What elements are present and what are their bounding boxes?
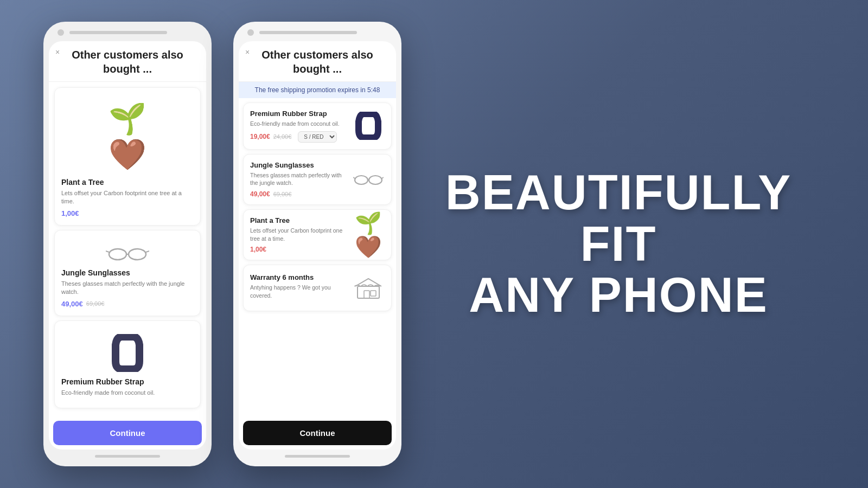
product-card-warranty-right: Warranty 6 months Antyhing happens ? We … — [243, 265, 392, 311]
hero-text-line2: ANY PHONE — [469, 268, 768, 322]
close-button-left[interactable]: × — [55, 48, 60, 56]
close-button-right[interactable]: × — [245, 48, 250, 56]
product-desc-strap-left: Eco-friendly made from coconut oil. — [61, 389, 155, 397]
product-info-plant-right: Plant a Tree Lets offset your Carbon foo… — [250, 216, 347, 253]
product-name-sunglasses-left: Jungle Sunglasses — [61, 268, 130, 277]
svg-point-5 — [355, 176, 368, 184]
product-name-sunglasses-right: Jungle Sunglasses — [250, 161, 347, 169]
svg-rect-11 — [364, 291, 369, 298]
status-bar-left — [49, 29, 206, 41]
status-bar-right — [239, 29, 396, 41]
product-desc-plant-left: Lets offset your Carbon footprint one tr… — [61, 189, 194, 206]
product-card-sunglasses-left: Jungle Sunglasses Theses glasses match p… — [54, 230, 201, 316]
screen-left: × Other customers also bought ... 🌱🤎 Pla… — [49, 41, 206, 450]
svg-line-8 — [353, 177, 355, 178]
product-desc-strap-right: Eco-friendly made from coconut oil. — [250, 120, 347, 128]
product-price-sunglasses-left: 49,00€ — [61, 300, 83, 308]
product-image-warranty-right — [352, 272, 385, 304]
product-name-plant-left: Plant a Tree — [61, 178, 104, 187]
continue-button-left[interactable]: Continue — [53, 421, 202, 445]
bottom-bar-right — [285, 455, 350, 458]
svg-point-6 — [369, 176, 382, 184]
svg-line-4 — [146, 251, 149, 252]
product-prices-sunglasses-left: 49,00€ 69,00€ — [61, 300, 104, 308]
size-select-strap-right[interactable]: S / RED M / RED L / RED — [298, 131, 337, 143]
svg-rect-12 — [371, 291, 376, 296]
product-name-strap-left: Premium Rubber Strap — [61, 377, 144, 386]
product-card-sunglasses-right: Jungle Sunglasses Theses glasses match p… — [243, 154, 392, 205]
product-prices-plant-right: 1,00€ — [250, 246, 347, 253]
product-name-warranty-right: Warranty 6 months — [250, 273, 347, 281]
product-name-plant-right: Plant a Tree — [250, 216, 347, 224]
product-image-plant-left: 🌱🤎 — [61, 95, 194, 178]
product-info-sunglasses-right: Jungle Sunglasses Theses glasses match p… — [250, 161, 347, 198]
svg-point-0 — [109, 249, 126, 260]
product-card-strap-right: Premium Rubber Strap Eco-friendly made f… — [243, 102, 392, 150]
product-image-sunglasses-left — [61, 238, 194, 268]
modal-header-right: × Other customers also bought ... — [239, 41, 396, 82]
product-info-warranty-right: Warranty 6 months Antyhing happens ? We … — [250, 273, 347, 303]
continue-button-right[interactable]: Continue — [243, 421, 392, 445]
camera-dot-right — [247, 29, 254, 36]
product-image-strap-right — [352, 110, 385, 142]
bottom-bar-left — [95, 455, 160, 458]
product-prices-sunglasses-right: 49,00€ 69,00€ — [250, 190, 347, 198]
product-price-current-strap-right: 19,00€ — [250, 133, 270, 140]
modal-title-right: Other customers also bought ... — [247, 48, 387, 76]
product-image-plant-right: 🌱🤎 — [352, 219, 385, 251]
product-price-old-sunglasses-right: 69,00€ — [273, 191, 292, 197]
product-price-current-plant-right: 1,00€ — [250, 246, 266, 253]
product-card-plant-right: Plant a Tree Lets offset your Carbon foo… — [243, 209, 392, 260]
modal-header-left: × Other customers also bought ... — [49, 41, 206, 82]
product-desc-sunglasses-right: Theses glasses match perfectly with the … — [250, 171, 347, 187]
product-image-sunglasses-right — [352, 163, 385, 196]
product-desc-plant-right: Lets offset your Carbon footprint one tr… — [250, 227, 347, 242]
phone-right: × Other customers also bought ... The fr… — [233, 22, 401, 466]
product-desc-warranty-right: Antyhing happens ? We got you covered. — [250, 284, 347, 299]
product-prices-strap-right: 19,00€ 24,00€ S / RED M / RED L / RED — [250, 131, 347, 143]
hero-text-line1: BEAUTIFULLY FIT — [445, 165, 792, 271]
product-desc-sunglasses-left: Theses glasses match perfectly with the … — [61, 280, 194, 297]
phones-container: × Other customers also bought ... 🌱🤎 Pla… — [0, 0, 401, 488]
product-image-strap-left — [61, 329, 194, 377]
product-name-strap-right: Premium Rubber Strap — [250, 110, 347, 118]
svg-point-1 — [129, 249, 146, 260]
svg-line-9 — [382, 177, 384, 178]
product-card-strap-left: Premium Rubber Strap Eco-friendly made f… — [54, 320, 201, 408]
promo-banner: The free shipping promotion expires in 5… — [239, 82, 396, 98]
status-line-right — [259, 31, 357, 34]
product-price-current-sunglasses-right: 49,00€ — [250, 190, 270, 198]
camera-dot-left — [58, 29, 64, 36]
modal-title-left: Other customers also bought ... — [58, 48, 197, 76]
product-info-strap-right: Premium Rubber Strap Eco-friendly made f… — [250, 110, 347, 143]
status-line-left — [69, 31, 167, 34]
product-card-plant-left: 🌱🤎 Plant a Tree Lets offset your Carbon … — [54, 87, 201, 226]
products-list-left: 🌱🤎 Plant a Tree Lets offset your Carbon … — [49, 82, 206, 416]
svg-line-3 — [106, 251, 109, 252]
product-price-plant-left: 1,00€ — [61, 209, 79, 217]
product-price-old-strap-right: 24,00€ — [273, 133, 292, 140]
phone-left: × Other customers also bought ... 🌱🤎 Pla… — [43, 22, 212, 466]
product-price-old-sunglasses-left: 69,00€ — [86, 300, 105, 307]
screen-right: × Other customers also bought ... The fr… — [239, 41, 396, 450]
hero-section: BEAUTIFULLY FIT ANY PHONE — [401, 167, 868, 321]
hero-text: BEAUTIFULLY FIT ANY PHONE — [401, 167, 835, 321]
products-list-right: Premium Rubber Strap Eco-friendly made f… — [239, 98, 396, 416]
